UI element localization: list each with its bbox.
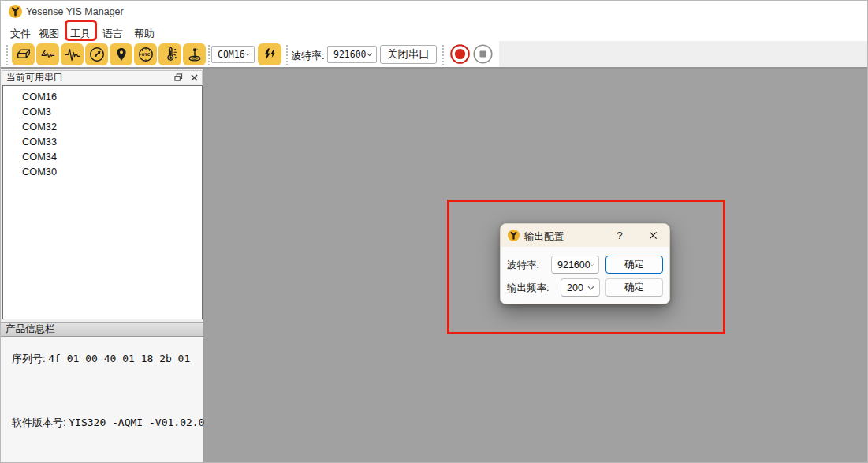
dialog-title-bar[interactable]: 输出配置 ? [501, 224, 669, 247]
utc-clock-icon: UTC [137, 46, 155, 63]
software-version-label: 软件版本号: [12, 416, 66, 428]
window-title: Yesense YIS Manager [26, 6, 124, 17]
dialog-baud-select[interactable]: 921600 [551, 256, 599, 274]
baud-rate-label: 波特率: [291, 49, 325, 63]
dialog-help-button[interactable]: ? [611, 227, 628, 244]
port-list-item[interactable]: COM3 [3, 104, 202, 119]
cube-3d-icon [15, 47, 32, 62]
port-list-item[interactable]: COM16 [3, 89, 202, 104]
available-ports-list: COM16 COM3 COM32 COM33 COM34 COM30 [2, 85, 203, 319]
product-info-header: 产品信息栏 [1, 322, 203, 337]
serial-number-label: 序列号: [12, 353, 46, 364]
dialog-baud-ok-button[interactable]: 确定 [605, 256, 663, 274]
svg-text:UTC: UTC [141, 52, 150, 57]
joystick-icon [186, 46, 203, 63]
menu-tools[interactable]: 工具 [67, 25, 94, 43]
port-select-value: COM16 [218, 49, 245, 60]
dock-title: 当前可用串口 [2, 71, 170, 84]
toolbar-grip[interactable] [441, 44, 445, 65]
dock-header: 当前可用串口 [2, 70, 203, 84]
stop-button[interactable] [472, 43, 494, 65]
dialog-freq-label: 输出频率: [507, 282, 549, 295]
serial-number-line: 序列号: 4f 01 00 40 01 18 2b 01 [12, 352, 190, 366]
port-list-item[interactable]: COM33 [3, 134, 202, 149]
menu-language[interactable]: 语言 [99, 25, 126, 43]
close-icon [191, 74, 198, 81]
dialog-baud-value: 921600 [557, 260, 590, 271]
port-list-item[interactable]: COM30 [3, 164, 202, 179]
dialog-close-button[interactable] [643, 227, 663, 244]
chevron-down-icon [590, 263, 594, 267]
product-info-title: 产品信息栏 [1, 323, 55, 336]
dialog-baud-label: 波特率: [507, 259, 539, 272]
angle-wave-icon [39, 47, 57, 62]
toolbar-grip[interactable] [285, 44, 289, 65]
lightning-refresh-icon [262, 47, 278, 62]
baud-rate-value: 921600 [333, 49, 367, 60]
thermometer-icon [162, 46, 179, 63]
product-info-panel: 序列号: 4f 01 00 40 01 18 2b 01 软件版本号: YIS3… [1, 337, 203, 463]
tool-button-3d-view[interactable] [12, 43, 35, 65]
dialog-freq-ok-button[interactable]: 确定 [605, 278, 663, 297]
refresh-ports-button[interactable] [258, 43, 281, 65]
serial-port-dock: 当前可用串口 COM16 COM3 COM32 COM33 COM34 COM3… [1, 69, 204, 463]
menu-help[interactable]: 帮助 [131, 25, 158, 43]
menu-view[interactable]: 视图 [35, 25, 62, 43]
app-window: { "window": { "title": "Yesense YIS Mana… [0, 0, 868, 463]
dock-float-button[interactable] [170, 71, 186, 84]
tool-button-location[interactable] [110, 43, 132, 65]
location-pin-icon [114, 46, 129, 63]
gauge-icon [88, 46, 106, 63]
app-logo-icon [9, 5, 22, 18]
software-version-value: YIS320 -AQMI -V01.02.03; [69, 416, 217, 428]
dialog-title: 输出配置 [524, 230, 564, 244]
chevron-down-icon [587, 286, 594, 290]
toolbar-grip[interactable] [6, 44, 9, 65]
toolbar-filler [499, 41, 868, 67]
tool-button-angle-plot[interactable] [36, 43, 59, 65]
close-serial-port-button[interactable]: 关闭串口 [380, 45, 437, 64]
record-icon [449, 43, 471, 65]
dock-close-button[interactable] [186, 71, 202, 84]
close-icon [649, 231, 658, 240]
chevron-down-icon [367, 52, 372, 57]
port-select[interactable]: COM16 [211, 46, 255, 63]
tool-button-utc-time[interactable]: UTC [134, 43, 157, 65]
float-window-icon [174, 73, 183, 82]
tool-button-raw-plot[interactable] [61, 43, 84, 65]
dialog-freq-value: 200 [567, 282, 583, 293]
stop-icon [472, 43, 494, 65]
menu-bar: 文件 视图 工具 语言 帮助 [1, 22, 867, 41]
tool-button-magnetic[interactable] [183, 43, 206, 65]
app-logo-icon [508, 230, 520, 241]
baud-rate-select[interactable]: 921600 [327, 46, 377, 63]
dialog-freq-select[interactable]: 200 [561, 278, 600, 297]
toolbar: UTC COM16 波特率: 921600 [1, 41, 867, 67]
waveform-icon [64, 47, 81, 62]
menu-file[interactable]: 文件 [7, 25, 34, 43]
chevron-down-icon [245, 52, 250, 57]
port-list-item[interactable]: COM32 [3, 119, 202, 134]
software-version-line: 软件版本号: YIS320 -AQMI -V01.02.03; [12, 416, 217, 430]
serial-number-value: 4f 01 00 40 01 18 2b 01 [48, 353, 190, 364]
output-config-dialog: 输出配置 ? 波特率: 921600 确定 输出频率: 200 确定 [500, 223, 670, 304]
port-list-item[interactable]: COM34 [3, 149, 202, 164]
tool-button-temperature[interactable] [158, 43, 181, 65]
title-bar: Yesense YIS Manager [1, 1, 867, 22]
tool-button-gauge[interactable] [85, 43, 108, 65]
record-button[interactable] [449, 43, 471, 65]
